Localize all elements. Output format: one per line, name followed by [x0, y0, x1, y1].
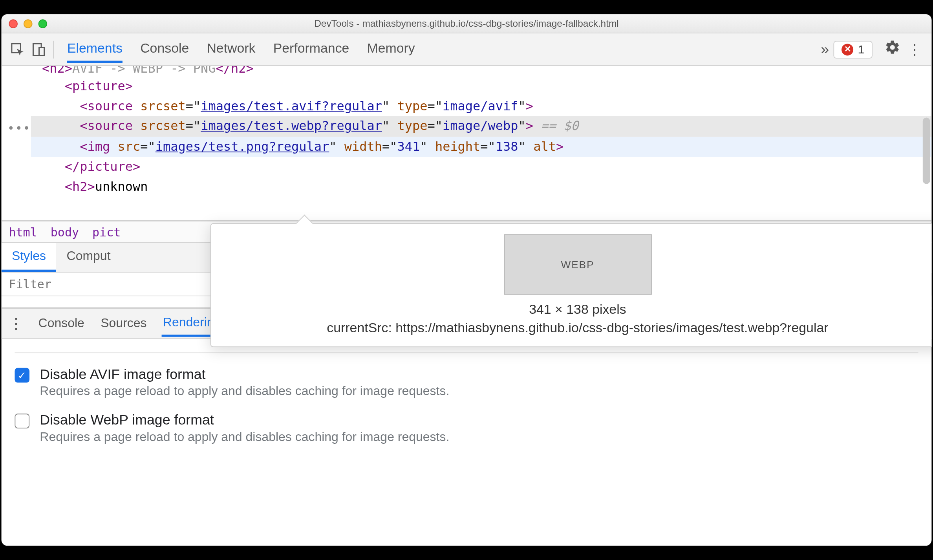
checkbox-webp[interactable] [15, 414, 29, 428]
code-line-hover[interactable]: <img src="images/test.png?regular" width… [31, 136, 932, 156]
device-toggle-icon[interactable] [28, 42, 49, 57]
tab-performance[interactable]: Performance [273, 36, 349, 63]
preview-dimensions: 341 × 138 pixels [224, 302, 931, 317]
settings-icon[interactable] [882, 39, 904, 59]
crumb-html[interactable]: html [9, 225, 37, 239]
code-line-selected[interactable]: ••• <source srcset="images/test.webp?reg… [31, 116, 932, 136]
drawer-tab-sources[interactable]: Sources [99, 312, 148, 335]
option-subtitle: Requires a page reload to apply and disa… [40, 384, 449, 399]
divider [15, 352, 918, 353]
crumb-body[interactable]: body [51, 225, 79, 239]
crumb-picture[interactable]: pict [92, 225, 121, 239]
checkbox-avif[interactable]: ✓ [15, 368, 29, 383]
tab-console[interactable]: Console [140, 36, 189, 63]
code-line[interactable]: </picture> [31, 157, 932, 177]
tab-memory[interactable]: Memory [367, 36, 415, 63]
tab-network[interactable]: Network [207, 36, 255, 63]
svg-rect-2 [39, 47, 44, 55]
error-count: 1 [858, 43, 865, 56]
main-toolbar: Elements Console Network Performance Mem… [2, 33, 932, 66]
dom-tree[interactable]: <h2>AVIF -> WEBP -> PNG</h2> <picture> <… [2, 66, 932, 221]
rendering-panel: ✓ Disable AVIF image format Requires a p… [2, 339, 932, 471]
option-disable-webp[interactable]: Disable WebP image format Requires a pag… [15, 412, 918, 445]
image-preview-tooltip: WEBP 341 × 138 pixels currentSrc: https:… [210, 223, 932, 347]
scrollbar[interactable] [923, 117, 930, 184]
code-line[interactable]: <source srcset="images/test.avif?regular… [31, 96, 932, 116]
kebab-menu-icon[interactable]: ⋮ [904, 40, 926, 58]
window-title: DevTools - mathiasbynens.github.io/css-d… [2, 18, 932, 29]
option-disable-avif[interactable]: ✓ Disable AVIF image format Requires a p… [15, 366, 918, 399]
titlebar: DevTools - mathiasbynens.github.io/css-d… [2, 14, 932, 33]
error-badge[interactable]: ✕ 1 [834, 40, 873, 58]
drawer-tab-console[interactable]: Console [37, 312, 86, 335]
devtools-window: DevTools - mathiasbynens.github.io/css-d… [2, 14, 932, 546]
tab-elements[interactable]: Elements [67, 36, 123, 63]
separator [53, 40, 54, 58]
code-line[interactable]: <h2>unknown [31, 177, 932, 197]
tab-styles[interactable]: Styles [2, 243, 57, 272]
preview-thumbnail: WEBP [504, 234, 651, 295]
code-line[interactable]: <picture> [31, 76, 932, 96]
option-title: Disable AVIF image format [40, 366, 449, 382]
option-title: Disable WebP image format [40, 412, 449, 428]
error-icon: ✕ [842, 43, 853, 55]
inspect-icon[interactable] [7, 42, 28, 57]
tab-computed[interactable]: Comput [56, 243, 121, 272]
code-line[interactable]: <h2>AVIF -> WEBP -> PNG</h2> [31, 66, 932, 76]
drawer-menu-icon[interactable]: ⋮ [9, 315, 24, 332]
option-subtitle: Requires a page reload to apply and disa… [40, 430, 449, 445]
preview-currentsrc: currentSrc: https://mathiasbynens.github… [224, 320, 931, 336]
more-tabs-icon[interactable]: » [816, 41, 833, 58]
